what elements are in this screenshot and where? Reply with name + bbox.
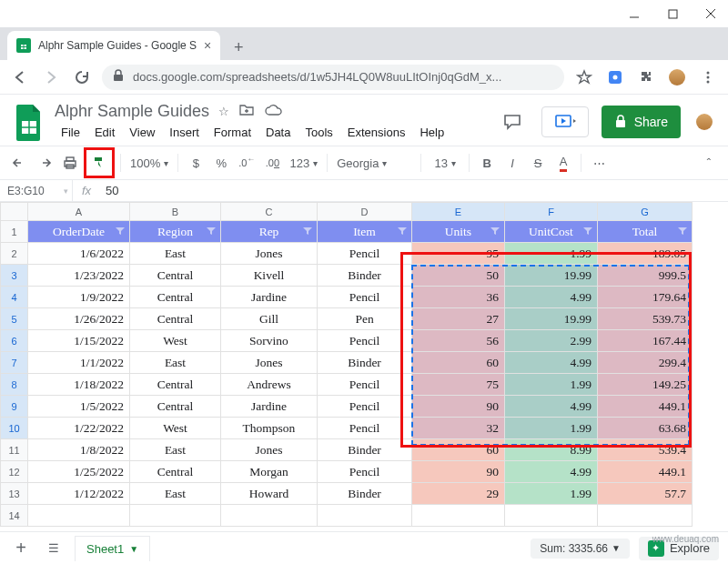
cell[interactable]: 1/18/2022	[28, 374, 130, 396]
cell[interactable]: Gill	[221, 308, 318, 330]
cell[interactable]: Thompson	[221, 418, 318, 439]
quicksum-display[interactable]: Sum: 3335.66▼	[531, 539, 630, 559]
cell[interactable]: 50	[412, 265, 505, 287]
filter-icon[interactable]	[206, 225, 217, 239]
cell[interactable]: 4.99	[505, 287, 598, 308]
italic-button[interactable]: I	[500, 151, 524, 175]
cell[interactable]: 1/12/2022	[28, 483, 130, 505]
cell[interactable]	[318, 505, 412, 527]
cell[interactable]: Central	[130, 461, 221, 483]
cell[interactable]: 4.99	[505, 352, 598, 374]
cell[interactable]: Pencil	[318, 287, 412, 308]
row-header[interactable]: 12	[1, 461, 28, 483]
select-all-corner[interactable]	[1, 203, 28, 221]
sheets-logo-icon[interactable]	[13, 100, 46, 144]
row-header[interactable]: 8	[1, 374, 28, 396]
cell[interactable]	[505, 505, 598, 527]
row-header[interactable]: 2	[1, 243, 28, 265]
row-header[interactable]: 4	[1, 287, 28, 308]
cell[interactable]: East	[130, 439, 221, 461]
cell[interactable]: 63.68	[598, 418, 693, 439]
cell[interactable]: East	[130, 243, 221, 265]
cell[interactable]: Jones	[221, 243, 318, 265]
col-header-b[interactable]: B	[130, 203, 221, 221]
decrease-decimal-button[interactable]: .0←	[235, 151, 258, 175]
cell[interactable]: 1/15/2022	[28, 330, 130, 352]
cell[interactable]: Pencil	[318, 374, 412, 396]
cell[interactable]: 1.99	[505, 483, 598, 505]
cell[interactable]	[221, 505, 318, 527]
name-box[interactable]: E3:G10	[0, 180, 73, 201]
cell[interactable]: East	[130, 483, 221, 505]
header-cell[interactable]: Item	[318, 221, 412, 243]
cell[interactable]: Central	[130, 396, 221, 418]
col-header-a[interactable]: A	[28, 203, 130, 221]
account-avatar-icon[interactable]	[693, 111, 715, 133]
col-header-e[interactable]: E	[412, 203, 505, 221]
cell[interactable]: 167.44	[598, 330, 693, 352]
cell[interactable]: 539.73	[598, 308, 693, 330]
star-icon[interactable]: ☆	[218, 105, 229, 118]
cell[interactable]: Pen	[318, 308, 412, 330]
menu-format[interactable]: Format	[207, 123, 258, 142]
cell[interactable]: Andrews	[221, 374, 318, 396]
cell[interactable]: 149.25	[598, 374, 693, 396]
cell[interactable]: West	[130, 418, 221, 439]
nav-forward-button[interactable]	[40, 66, 62, 88]
row-header[interactable]: 5	[1, 308, 28, 330]
header-cell[interactable]: Total	[598, 221, 693, 243]
cell[interactable]: 1/6/2022	[28, 243, 130, 265]
filter-icon[interactable]	[302, 225, 313, 239]
cell[interactable]: 1.99	[505, 418, 598, 439]
cell[interactable]: 90	[412, 396, 505, 418]
print-button[interactable]	[58, 151, 82, 175]
cell[interactable]: 60	[412, 439, 505, 461]
cell[interactable]: 1.99	[505, 374, 598, 396]
menu-insert[interactable]: Insert	[163, 123, 206, 142]
row-header[interactable]: 7	[1, 352, 28, 374]
row-header[interactable]: 10	[1, 418, 28, 439]
all-sheets-button[interactable]: ☰	[42, 537, 66, 560]
paint-format-button[interactable]	[87, 151, 111, 175]
cell[interactable]: Howard	[221, 483, 318, 505]
cell[interactable]: West	[130, 330, 221, 352]
cell[interactable]: Binder	[318, 265, 412, 287]
window-close-icon[interactable]	[704, 7, 717, 20]
cell[interactable]: Binder	[318, 483, 412, 505]
cell[interactable]: 19.99	[505, 308, 598, 330]
menu-extensions[interactable]: Extensions	[341, 123, 412, 142]
cell[interactable]: 56	[412, 330, 505, 352]
filter-icon[interactable]	[115, 225, 126, 239]
col-header-g[interactable]: G	[598, 203, 693, 221]
cell[interactable]: Central	[130, 287, 221, 308]
col-header-d[interactable]: D	[318, 203, 412, 221]
cell[interactable]: 189.05	[598, 243, 693, 265]
cell[interactable]: 1/1/2022	[28, 352, 130, 374]
filter-icon[interactable]	[397, 225, 408, 239]
cell[interactable]: 1/22/2022	[28, 418, 130, 439]
header-cell[interactable]: UnitCost	[505, 221, 598, 243]
cell[interactable]: 2.99	[505, 330, 598, 352]
cell[interactable]: Central	[130, 308, 221, 330]
cell[interactable]: Central	[130, 374, 221, 396]
cell[interactable]: 449.1	[598, 461, 693, 483]
header-cell[interactable]: Rep	[221, 221, 318, 243]
cell[interactable]: 29	[412, 483, 505, 505]
cell[interactable]: 1/9/2022	[28, 287, 130, 308]
cell[interactable]	[130, 505, 221, 527]
cell[interactable]: Binder	[318, 352, 412, 374]
cell[interactable]: Jardine	[221, 396, 318, 418]
currency-button[interactable]: $	[184, 151, 207, 175]
toolbar-collapse-icon[interactable]: ˆ	[697, 151, 721, 175]
cell[interactable]: Pencil	[318, 330, 412, 352]
cell[interactable]: 299.4	[598, 352, 693, 374]
cell[interactable]: 1/25/2022	[28, 461, 130, 483]
formula-input[interactable]: 50	[100, 184, 118, 197]
percent-button[interactable]: %	[209, 151, 233, 175]
cell[interactable]: 539.4	[598, 439, 693, 461]
menu-edit[interactable]: Edit	[88, 123, 121, 142]
row-header[interactable]: 9	[1, 396, 28, 418]
share-button[interactable]: Share	[602, 106, 681, 138]
cell[interactable]: 449.1	[598, 396, 693, 418]
toolbar-more-icon[interactable]: ⋯	[587, 151, 611, 175]
